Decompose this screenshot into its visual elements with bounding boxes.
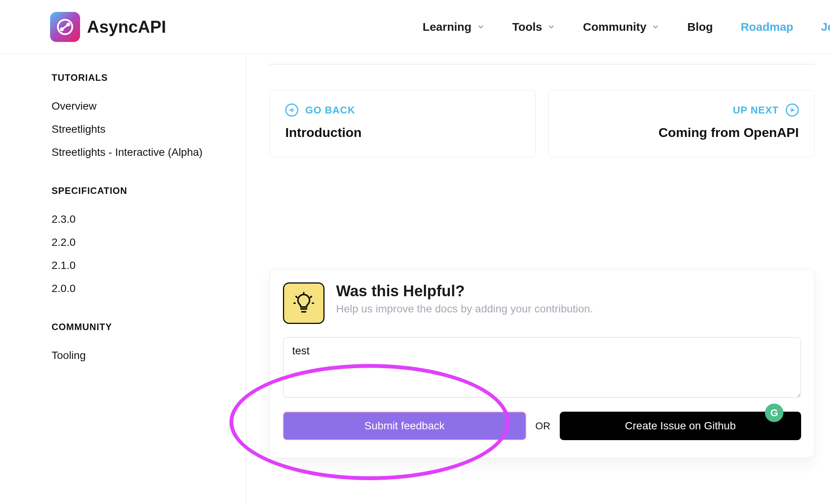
top-nav: Learning Tools Community Blog Roadmap Jo…	[423, 20, 830, 33]
chevron-down-icon	[652, 23, 659, 31]
side-heading: COMMUNITY	[52, 322, 231, 332]
side-heading: SPECIFICATION	[52, 185, 231, 196]
or-label: OR	[535, 420, 551, 432]
feedback-header: Was this Helpful? Help us improve the do…	[283, 282, 801, 324]
brand-logo-icon	[50, 12, 80, 42]
svg-point-1	[67, 23, 69, 25]
nav-item-roadmap[interactable]: Roadmap	[741, 20, 793, 33]
side-heading: TUTORIALS	[52, 72, 231, 83]
nav-label: Community	[583, 20, 646, 33]
sidebar-item-210[interactable]: 2.1.0	[52, 254, 231, 277]
nav-item-learning[interactable]: Learning	[423, 20, 485, 33]
feedback-subtitle: Help us improve the docs by adding your …	[336, 303, 593, 315]
nav-label: Learning	[423, 20, 472, 33]
nav-label: Tools	[512, 20, 542, 33]
top-header: AsyncAPI Learning Tools Community Blog R…	[0, 0, 830, 54]
go-back-kicker: GO BACK	[285, 103, 520, 117]
nav-item-blog[interactable]: Blog	[687, 20, 713, 33]
up-next-kicker: UP NEXT	[564, 103, 799, 117]
submit-feedback-button[interactable]: Submit feedback	[283, 412, 526, 440]
sidebar-item-tooling[interactable]: Tooling	[52, 344, 231, 367]
lightbulb-icon	[283, 282, 325, 324]
arrow-left-icon	[285, 103, 298, 117]
sidebar-item-200[interactable]: 2.0.0	[52, 277, 231, 300]
sidebar-item-streetlights-interactive[interactable]: Streetlights - Interactive (Alpha)	[52, 141, 231, 164]
brand[interactable]: AsyncAPI	[50, 12, 166, 42]
main-content: GO BACK Introduction UP NEXT Coming from…	[246, 54, 830, 504]
grammarly-badge-icon[interactable]: G	[765, 404, 783, 422]
feedback-panel: Was this Helpful? Help us improve the do…	[269, 269, 815, 458]
side-section-tutorials: TUTORIALS Overview Streetlights Streetli…	[52, 72, 231, 164]
feedback-heading-text: Was this Helpful? Help us improve the do…	[336, 282, 593, 324]
side-section-community: COMMUNITY Tooling	[52, 322, 231, 367]
feedback-textarea[interactable]	[283, 337, 801, 398]
sidebar: TUTORIALS Overview Streetlights Streetli…	[0, 54, 246, 504]
side-section-specification: SPECIFICATION 2.3.0 2.2.0 2.1.0 2.0.0	[52, 185, 231, 300]
feedback-actions: Submit feedback OR Create Issue on Githu…	[283, 412, 801, 440]
nav-label: Jol	[821, 20, 830, 33]
up-next-title: Coming from OpenAPI	[564, 125, 799, 140]
nav-item-community[interactable]: Community	[583, 20, 659, 33]
create-github-issue-button[interactable]: Create Issue on Github	[560, 412, 802, 440]
sidebar-item-streetlights[interactable]: Streetlights	[52, 118, 231, 141]
main-layout: TUTORIALS Overview Streetlights Streetli…	[0, 54, 830, 504]
chevron-down-icon	[547, 23, 555, 31]
sidebar-item-230[interactable]: 2.3.0	[52, 208, 231, 231]
brand-name: AsyncAPI	[87, 17, 166, 37]
arrow-right-icon	[786, 103, 799, 117]
paging-cards: GO BACK Introduction UP NEXT Coming from…	[269, 90, 815, 157]
sidebar-item-overview[interactable]: Overview	[52, 95, 231, 118]
nav-item-tools[interactable]: Tools	[512, 20, 556, 33]
go-back-title: Introduction	[285, 125, 520, 140]
nav-label: Roadmap	[741, 20, 793, 33]
chevron-down-icon	[477, 23, 485, 31]
up-next-card[interactable]: UP NEXT Coming from OpenAPI	[548, 90, 815, 157]
kicker-label: GO BACK	[305, 104, 355, 116]
svg-point-2	[61, 28, 63, 30]
kicker-label: UP NEXT	[733, 104, 779, 116]
content-divider	[269, 64, 815, 65]
nav-label: Blog	[687, 20, 713, 33]
nav-item-jobs-clipped[interactable]: Jol	[821, 20, 830, 33]
sidebar-item-220[interactable]: 2.2.0	[52, 231, 231, 254]
go-back-card[interactable]: GO BACK Introduction	[269, 90, 536, 157]
feedback-title: Was this Helpful?	[336, 282, 593, 300]
